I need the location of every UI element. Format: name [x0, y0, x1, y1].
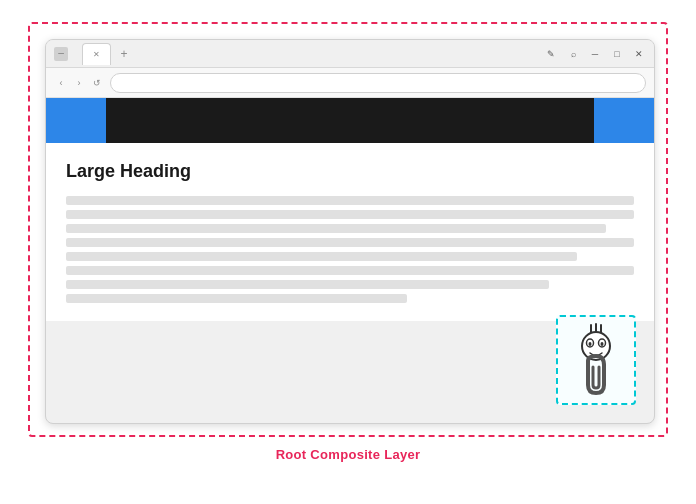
- window-controls: ─: [54, 47, 68, 61]
- window-close-button[interactable]: ✕: [632, 47, 646, 61]
- forward-button[interactable]: ›: [72, 76, 86, 90]
- hero-bar-right-accent: [594, 98, 654, 143]
- minimize-icon: ─: [58, 49, 64, 58]
- content-line: [66, 196, 634, 205]
- content-line: [66, 294, 407, 303]
- minimize-area[interactable]: ─: [54, 47, 68, 61]
- title-bar-left: ─ ✕ +: [54, 43, 134, 65]
- browser-window: ─ ✕ + ✎ ⌕ ─ □ ✕: [45, 39, 655, 424]
- refresh-button[interactable]: ↺: [90, 76, 104, 90]
- outer-wrapper: ─ ✕ + ✎ ⌕ ─ □ ✕: [18, 22, 678, 482]
- content-line: [66, 224, 606, 233]
- root-composite-label: Root Composite Layer: [276, 447, 421, 462]
- content-line: [66, 280, 549, 289]
- nav-icons: ‹ › ↺: [54, 76, 104, 90]
- new-tab-button[interactable]: +: [114, 45, 134, 63]
- search-icon[interactable]: ⌕: [566, 47, 580, 61]
- page-heading: Large Heading: [66, 161, 634, 182]
- root-composite-layer: ─ ✕ + ✎ ⌕ ─ □ ✕: [28, 22, 668, 437]
- content-line: [66, 266, 634, 275]
- back-button[interactable]: ‹: [54, 76, 68, 90]
- title-bar: ─ ✕ + ✎ ⌕ ─ □ ✕: [46, 40, 654, 68]
- content-line: [66, 238, 634, 247]
- window-restore-button[interactable]: □: [610, 47, 624, 61]
- hero-bar-left-accent: [46, 98, 106, 143]
- content-line: [66, 252, 577, 261]
- content-line: [66, 210, 634, 219]
- hero-bar: [46, 98, 654, 143]
- address-bar[interactable]: [110, 73, 646, 93]
- tab-close-icon[interactable]: ✕: [93, 50, 100, 59]
- clippy-mascot: [569, 323, 624, 398]
- edit-icon[interactable]: ✎: [544, 47, 558, 61]
- page-content: Large Heading: [46, 143, 654, 321]
- tab-bar: ✕ +: [82, 43, 134, 65]
- title-bar-right: ✎ ⌕ ─ □ ✕: [544, 47, 646, 61]
- svg-point-5: [588, 342, 591, 346]
- window-minimize-button[interactable]: ─: [588, 47, 602, 61]
- address-bar-row: ‹ › ↺: [46, 68, 654, 98]
- svg-point-7: [600, 342, 603, 346]
- clippy-container: [556, 315, 636, 405]
- browser-tab[interactable]: ✕: [82, 43, 111, 65]
- content-lines: [66, 196, 634, 303]
